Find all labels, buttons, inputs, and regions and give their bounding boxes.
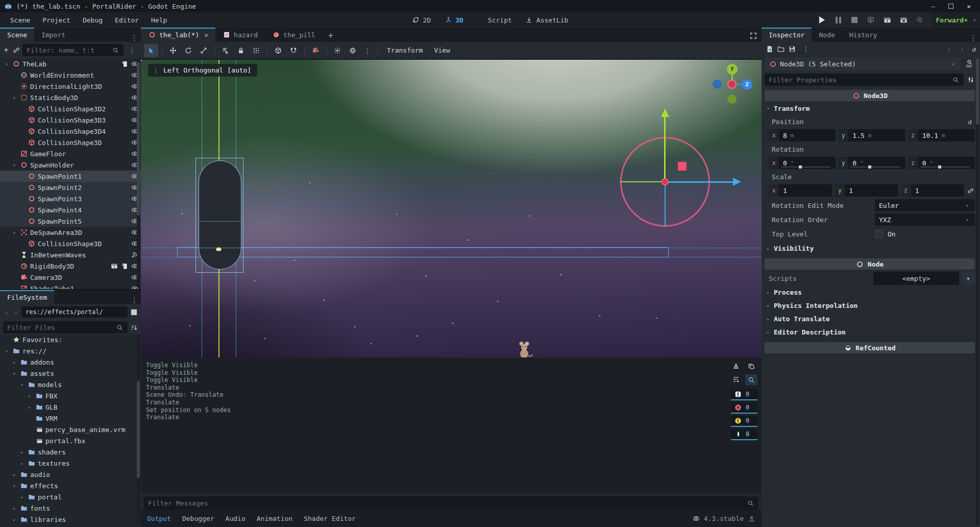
scene-filter-input[interactable]: Filter: name, t:t (22, 44, 124, 56)
position-y-field[interactable]: y1.5m (838, 129, 905, 141)
bottom-tab-output[interactable]: Output (147, 515, 171, 522)
scene-tab-hazard[interactable]: hazard (215, 28, 265, 42)
bottom-tab-audio[interactable]: Audio (226, 515, 246, 522)
workspace-tab-script[interactable]: Script (477, 16, 512, 24)
script-icon[interactable] (120, 262, 129, 270)
capsule-mesh[interactable] (199, 160, 241, 270)
stop-button[interactable] (850, 15, 859, 25)
fs-item-models[interactable]: ▾models (0, 379, 141, 390)
scene-tab-the-pill[interactable]: the_pill (265, 28, 323, 42)
viewport-menu-view[interactable]: View (429, 46, 455, 54)
scene-node-WorldEnvironment[interactable]: WorldEnvironment (0, 69, 141, 81)
tab-inspector[interactable]: Inspector (762, 28, 812, 42)
play-button[interactable] (817, 15, 826, 25)
axis-neg-y-ball[interactable] (727, 94, 737, 104)
workspace-tab-3d[interactable]: 3D (444, 16, 463, 24)
viewport-extra-menu-icon[interactable]: ⋮ (361, 46, 374, 55)
history-list-icon[interactable]: ↺ (972, 45, 976, 53)
tool-select[interactable] (144, 44, 158, 57)
fs-item-textures[interactable]: ▸textures (0, 458, 141, 469)
scripts-value-dropdown[interactable]: <empty> (873, 272, 959, 285)
script-icon[interactable] (120, 60, 129, 68)
tool-move[interactable] (166, 44, 180, 57)
tool-lock[interactable] (234, 44, 248, 57)
movie-maker-button[interactable] (915, 15, 924, 25)
scale-y-field[interactable]: y1 (835, 184, 898, 197)
play-custom-scene-button[interactable] (899, 15, 908, 25)
inspector-dock-menu-icon[interactable]: ⋮ (967, 34, 980, 42)
badge-warning-box[interactable]: 0 (731, 389, 757, 400)
toggle-split-mode-icon[interactable] (130, 308, 138, 316)
fs-item-audio[interactable]: ▸audio (0, 469, 141, 480)
add-scene-tab-button[interactable]: + (327, 32, 335, 40)
move-gizmo-y-shaft[interactable] (664, 117, 666, 182)
close-icon[interactable]: × (204, 31, 208, 39)
bottom-tab-shader-editor[interactable]: Shader Editor (304, 515, 356, 522)
tool-rotate[interactable] (181, 44, 195, 57)
section-process[interactable]: ▸Process (765, 286, 975, 298)
revert-icon[interactable]: ↺ (968, 118, 975, 126)
3d-viewport[interactable]: ⋮ Left Orthogonal [auto] Y Z (141, 60, 762, 357)
movie-icon[interactable] (110, 262, 118, 270)
filesystem-dock-menu-icon[interactable]: ⋮ (128, 296, 141, 304)
version-label[interactable]: 4.3.stable (704, 515, 744, 522)
new-resource-icon[interactable] (766, 45, 774, 53)
load-resource-icon[interactable] (777, 45, 785, 53)
fs-item-FBX[interactable]: ▸FBX (0, 390, 141, 401)
fs-item-portal-fbx[interactable]: portal.fbx (0, 435, 141, 446)
close-button[interactable]: × (967, 3, 971, 10)
fs-item-effects[interactable]: ▾effects (0, 480, 141, 491)
rotation-edit-mode-dropdown[interactable]: Euler▾ (875, 199, 975, 211)
move-gizmo-z-arrowhead[interactable] (733, 178, 741, 186)
axis-navigation-gizmo[interactable]: Y Z (706, 60, 762, 115)
save-resource-icon[interactable] (788, 45, 796, 53)
category-node3d[interactable]: Node3D (765, 90, 975, 101)
fs-item-Favorites[interactable]: Favorites: (0, 334, 141, 345)
section-editor-description[interactable]: ▸Editor Description (765, 326, 975, 338)
section-auto-translate[interactable]: ▸Auto Translate (765, 313, 975, 325)
fs-item-assets[interactable]: ▾assets (0, 368, 141, 379)
scene-node-SpawnPoint5[interactable]: SpawnPoint5 (0, 215, 141, 227)
section-visibility[interactable]: ▸Visibility (765, 242, 975, 254)
scene-tree-scrollbar[interactable] (137, 59, 140, 287)
menu-project[interactable]: Project (37, 15, 76, 26)
move-gizmo-z-shaft[interactable] (665, 181, 733, 183)
menu-debug[interactable]: Debug (78, 15, 108, 26)
scene-node-DeSpawnArea3D[interactable]: ▾DeSpawnArea3D (0, 227, 141, 238)
menu-editor[interactable]: Editor (110, 15, 144, 26)
run-mode-dropdown[interactable]: Forward+ ▾ (932, 12, 980, 28)
tool-snap[interactable] (286, 44, 301, 57)
gizmo-center-handle[interactable] (662, 178, 669, 185)
bottom-tab-animation[interactable]: Animation (257, 515, 292, 522)
badge-error-circle[interactable]: 0 (731, 402, 757, 414)
scene-node-SpawnPoint2[interactable]: SpawnPoint2 (0, 182, 141, 193)
scene-node-GameFloor[interactable]: GameFloor (0, 148, 141, 159)
scene-node-CollisionShape3D[interactable]: CollisionShape3D (0, 238, 141, 249)
scene-node-InBetweenWaves[interactable]: InBetweenWaves (0, 249, 141, 260)
expand-viewport-icon[interactable] (749, 32, 757, 40)
section-transform[interactable]: ▾Transform (765, 102, 975, 114)
tab-scene[interactable]: Scene (0, 28, 34, 42)
tab-history[interactable]: History (842, 28, 885, 42)
back-icon[interactable]: ‹ (3, 308, 10, 316)
inspector-extra-menu-icon[interactable]: ⋮ (799, 45, 813, 53)
scene-toolbar-menu-icon[interactable]: ⋮ (126, 46, 139, 54)
add-node-button[interactable]: + (2, 46, 10, 54)
filesystem-filter-input[interactable]: Filter Files (3, 321, 128, 333)
badge-warning-circle[interactable]: 0 (731, 416, 757, 427)
remote-debug-button[interactable] (866, 15, 875, 25)
collapse-duplicates-button[interactable] (730, 374, 742, 386)
property-tools-icon[interactable] (967, 76, 975, 84)
tool-preview-environment[interactable] (346, 44, 360, 57)
category-node[interactable]: Node (765, 258, 975, 270)
tool-preview-camera[interactable] (308, 44, 323, 57)
instance-scene-button[interactable] (12, 46, 20, 54)
axis-z-ball[interactable]: Z (742, 79, 752, 90)
fs-item-portal[interactable]: ▸portal (0, 491, 141, 502)
filesystem-scrollbar[interactable] (137, 335, 140, 525)
fs-item-shaders[interactable]: ▸shaders (0, 446, 141, 458)
scale-z-field[interactable]: z1 (901, 184, 964, 197)
breadcrumb-path[interactable]: res://effects/portal/ (21, 306, 128, 318)
tool-scale[interactable] (197, 44, 211, 57)
move-gizmo-y-arrowhead[interactable] (661, 109, 669, 117)
